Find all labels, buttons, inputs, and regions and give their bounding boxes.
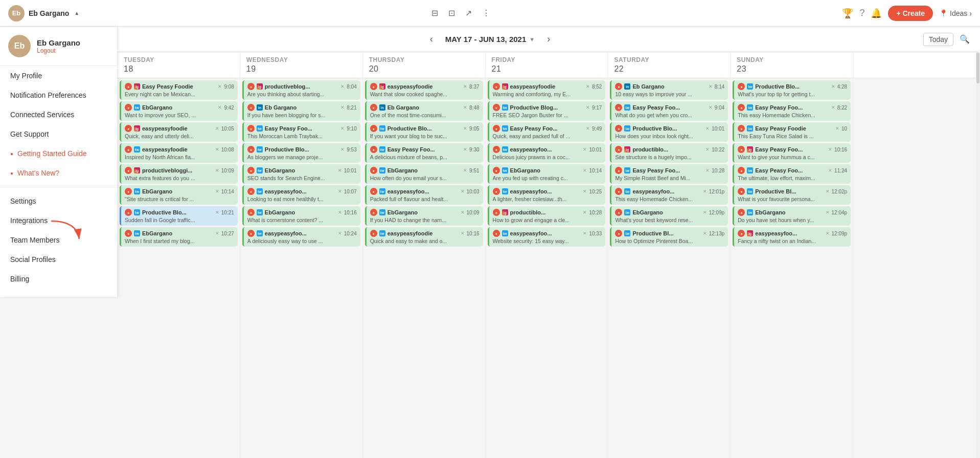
event-card[interactable]: ● tw easypeasyfoo... ✕ 10:33 Website sec… [488, 227, 606, 247]
reschedule-icon: ✕ [826, 189, 830, 194]
dropdown-header: Eb Eb Gargano Logout [0, 27, 117, 66]
event-card[interactable]: ● tw EbGargano ✕ 9:42 Want to improve yo… [120, 101, 238, 121]
logout-link[interactable]: Logout [37, 47, 80, 54]
event-card[interactable]: ● tw easypeasyfoodie ✕ 10:08 Inspired by… [120, 143, 238, 163]
dropdown-item-notifications[interactable]: Notification Preferences [0, 85, 117, 105]
more-icon[interactable]: ⋮ [480, 6, 492, 20]
event-card[interactable]: ● ig productiblo... ✕ 10:28 How to grow … [488, 206, 606, 226]
event-card[interactable]: ● tw Productive Blo... ✕ 10:21 Sudden fa… [120, 206, 238, 226]
search-icon[interactable]: 🔍 [960, 34, 970, 44]
event-card[interactable]: ● tw Easy Peasy Foodie ✕ 10 This Easy Tu… [733, 122, 851, 142]
today-button[interactable]: Today [923, 33, 953, 46]
event-card[interactable]: ● tw EbGargano ✕ 10:01 SEO stands for Se… [242, 164, 360, 184]
event-time: 10:09 [467, 210, 480, 215]
event-time: 8:52 [592, 84, 602, 90]
event-card[interactable]: ● tw Easy Peasy Foo... ✕ 9:49 Quick, eas… [488, 122, 606, 142]
event-time: 10:28 [712, 168, 724, 173]
event-card[interactable]: ● tw Easy Peasy Foo... ✕ 8:22 This easy … [733, 101, 851, 121]
event-time: 9:04 [715, 105, 724, 111]
event-card[interactable]: ● tw Easy Peasy Foo... ✕ 9:10 This Moroc… [242, 122, 360, 142]
event-avatar: ● [493, 209, 500, 216]
dropdown-item-settings[interactable]: Settings [0, 191, 117, 211]
dropdown-item-social[interactable]: Social Profiles [0, 250, 117, 269]
reschedule-icon: ✕ [338, 210, 342, 215]
social-platform-icon: tw [624, 167, 630, 173]
user-menu-trigger[interactable]: Eb Eb Gargano ▲ [8, 5, 79, 21]
event-card[interactable]: ● tw Productive Blo... ✕ 10:01 How does … [610, 122, 728, 142]
event-card[interactable]: ● tw EbGargano ✕ 10:09 If you HAD to cha… [365, 206, 483, 226]
event-card[interactable]: ● tw easypeasyfoo... ✕ 10:07 Looking to … [242, 185, 360, 205]
event-card[interactable]: ● ig easypeasyfoo... ✕ 12:09p Fancy a ni… [733, 227, 851, 247]
help-icon[interactable]: ? [859, 8, 864, 18]
dropdown-item-connected[interactable]: Connected Services [0, 105, 117, 124]
reschedule-icon: ✕ [340, 126, 345, 131]
reschedule-icon: ✕ [215, 126, 219, 131]
dropdown-item-myprofile[interactable]: My Profile [0, 66, 117, 85]
social-platform-icon: ig [747, 146, 753, 152]
create-button[interactable]: + Create [888, 6, 933, 21]
event-card[interactable]: ● tw easypeasyfoo... ✕ 12:01p This easy … [610, 185, 728, 205]
event-avatar: ● [615, 230, 622, 237]
reschedule-icon: ✕ [338, 189, 342, 194]
event-card[interactable]: ● tw EbGargano ✕ 10:14 Are you fed up wi… [488, 164, 606, 184]
social-platform-icon: ig [134, 83, 140, 90]
event-account-name: easypeasyfoo... [510, 230, 552, 236]
event-card[interactable]: ● in Eb Gargano ✕ 8:48 One of the most t… [365, 101, 483, 121]
dropdown-item-getting-started[interactable]: Getting Started Guide [0, 144, 117, 163]
event-card[interactable]: ● ig easypeasyfoodie ✕ 8:52 Warming and … [488, 80, 606, 100]
filter-icon[interactable]: ⊟ [429, 6, 440, 20]
trophy-icon[interactable]: 🏆 [842, 8, 853, 19]
event-card[interactable]: ● tw easypeasyfoodie ✕ 10:16 Quick and e… [365, 227, 483, 247]
event-card[interactable]: ● ig Easy Peasy Foodie ✕ 9:08 Every nigh… [120, 80, 238, 100]
event-card[interactable]: ● ig Easy Peasy Foo... ✕ 10:16 Want to g… [733, 143, 851, 163]
event-card[interactable]: ● tw EbGargano ✕ 12:04p Do you have set … [733, 206, 851, 226]
event-card[interactable]: ● tw Productive Bl... ✕ 12:13p How to Op… [610, 227, 728, 247]
event-card[interactable]: ● ig easypeasyfoodie ✕ 8:37 Want that sl… [365, 80, 483, 100]
event-card[interactable]: ● tw EbGargano ✕ 10:16 What is cornersto… [242, 206, 360, 226]
dropdown-item-support[interactable]: Get Support [0, 124, 117, 144]
dropdown-item-billing[interactable]: Billing [0, 269, 117, 289]
dropdown-item-integrations[interactable]: Integrations [0, 211, 117, 230]
event-card[interactable]: ● ig productivebloggi... ✕ 10:09 What ex… [120, 164, 238, 184]
event-avatar: ● [370, 167, 377, 174]
event-card[interactable]: ● ig productiblo... ✕ 10:22 Site structu… [610, 143, 728, 163]
event-card[interactable]: ● tw easypeasyfoo... ✕ 10:25 A lighter, … [488, 185, 606, 205]
event-card[interactable]: ● tw EbGargano ✕ 10:27 When I first star… [120, 227, 238, 247]
event-preview-text: This easy Homemade Chicken... [738, 112, 847, 118]
event-card[interactable]: ● tw easypeasyfoo... ✕ 10:03 Packed full… [365, 185, 483, 205]
event-card[interactable]: ● tw Productive Blo... ✕ 9:05 If you wan… [365, 122, 483, 142]
ideas-button[interactable]: 📍 Ideas › [939, 9, 972, 17]
bell-icon[interactable]: 🔔 [871, 8, 882, 19]
scrollbar-thumb[interactable] [976, 53, 979, 83]
dropdown-item-whats-new[interactable]: What's New? [0, 163, 117, 183]
event-card[interactable]: ● tw Easy Peasy Foo... ✕ 9:04 What do yo… [610, 101, 728, 121]
view-toggle-icon[interactable]: ⊡ [446, 6, 457, 20]
event-card[interactable]: ● in Eb Gargano ✕ 8:21 If you have been … [242, 101, 360, 121]
event-preview-text: A delicious mixture of beans, p... [370, 154, 480, 160]
event-card[interactable]: ● ig easypeasyfoodie ✕ 10:05 Quick, easy… [120, 122, 238, 142]
cal-prev-button[interactable]: ‹ [426, 32, 437, 47]
event-card[interactable]: ● tw easypeasyfoo... ✕ 10:24 A delicious… [242, 227, 360, 247]
cal-date-range[interactable]: MAY 17 - JUN 13, 2021 ▼ [445, 35, 535, 43]
event-card[interactable]: ● tw EbGargano ✕ 10:14 "Site structure i… [120, 185, 238, 205]
event-card[interactable]: ● tw Easy Peasy Foo... ✕ 9:30 A deliciou… [365, 143, 483, 163]
event-card[interactable]: ● tw Productive Blo... ✕ 9:53 As blogger… [242, 143, 360, 163]
reschedule-icon: ✕ [463, 126, 467, 131]
event-card[interactable]: ● tw Productive Blog... ✕ 9:17 FREE SEO … [488, 101, 606, 121]
event-card[interactable]: ● tw EbGargano ✕ 12:09p What's your best… [610, 206, 728, 226]
event-card[interactable]: ● tw Easy Peasy Foo... ✕ 11:24 The ultim… [733, 164, 851, 184]
scrollbar[interactable] [976, 52, 980, 458]
event-card[interactable]: ● ig productiveblog... ✕ 8:04 Are you th… [242, 80, 360, 100]
event-card[interactable]: ● tw Easy Peasy Foo... ✕ 10:28 My Simple… [610, 164, 728, 184]
reschedule-icon: ✕ [583, 210, 587, 215]
cal-next-button[interactable]: › [543, 32, 554, 47]
social-platform-icon: tw [257, 125, 263, 132]
event-card[interactable]: ● tw Productive Bl... ✕ 12:02p What is y… [733, 185, 851, 205]
event-card[interactable]: ● tw Productive Blo... ✕ 4:28 What's you… [733, 80, 851, 100]
event-time: 10:21 [221, 210, 234, 215]
share-icon[interactable]: ↗ [463, 6, 474, 20]
event-card[interactable]: ● tw EbGargano ✕ 9:51 How often do you e… [365, 164, 483, 184]
event-card[interactable]: ● in Eb Gargano ✕ 8:14 10 easy ways to i… [610, 80, 728, 100]
dropdown-item-team[interactable]: Team Members [0, 230, 117, 250]
event-card[interactable]: ● tw easypeasyfoo... ✕ 10:01 Delicious j… [488, 143, 606, 163]
